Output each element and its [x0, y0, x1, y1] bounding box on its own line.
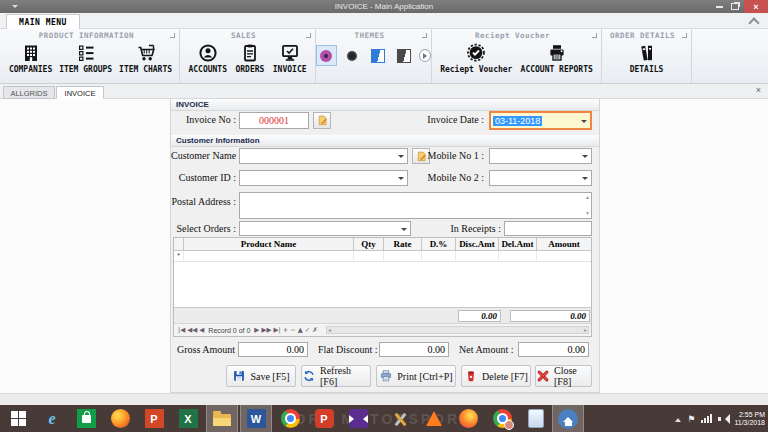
close-button[interactable]: Close [F8]	[535, 365, 592, 387]
p-app-icon: P	[315, 409, 334, 428]
tray-expand-icon[interactable]	[675, 415, 681, 422]
restore-button[interactable]	[728, 0, 742, 13]
notepad-taskbar-button[interactable]	[520, 405, 552, 432]
theme-swatch-dark[interactable]	[342, 45, 363, 66]
tab-invoice[interactable]: INVOICE	[56, 86, 104, 99]
column-header[interactable]: Del.Amt	[499, 238, 537, 250]
ribbon-item-details[interactable]: DETAILS	[630, 42, 664, 74]
browser-orange-taskbar-button[interactable]	[452, 405, 484, 432]
invoice-date-value: 03-11-2018	[493, 116, 542, 126]
chrome-taskbar-button[interactable]	[274, 405, 306, 432]
clock[interactable]: 2:55 PM 11/3/2018	[734, 411, 765, 427]
net-amount-input[interactable]: 0.00	[518, 342, 589, 357]
dialog-launcher-icon[interactable]	[682, 33, 687, 38]
p-app-taskbar-button[interactable]: P	[308, 405, 340, 432]
scroll-down-icon[interactable]: ▼	[585, 211, 590, 216]
word-taskbar-button[interactable]: W	[240, 405, 272, 432]
column-header[interactable]: Amount	[537, 238, 591, 250]
network-icon[interactable]	[701, 414, 712, 423]
dialog-launcher-icon[interactable]	[592, 33, 597, 38]
ribbon-item-invoice[interactable]: INVOICE	[273, 42, 307, 74]
theme-swatch-light[interactable]	[393, 45, 414, 66]
column-header[interactable]: D.%	[422, 238, 456, 250]
scroll-right-icon[interactable]: ▸	[584, 327, 587, 333]
volume-icon[interactable]	[718, 414, 728, 424]
chevron-down-icon	[401, 228, 407, 234]
customer-id-combo[interactable]	[239, 170, 408, 186]
tools-taskbar-button[interactable]	[384, 405, 416, 432]
dialog-launcher-icon[interactable]	[170, 33, 175, 38]
new-row-marker: *	[174, 251, 184, 261]
action-center-flag-icon[interactable]: ⚑	[687, 414, 695, 424]
ribbon-group-order-details: ORDER DETAILS DETAILS	[602, 29, 692, 83]
customer-name-combo[interactable]	[239, 148, 408, 164]
chrome-profile-taskbar-button[interactable]	[486, 405, 518, 432]
scroll-left-icon[interactable]: ◂	[328, 327, 331, 333]
print-button[interactable]: Print [Ctrl+P]	[376, 365, 456, 387]
postal-address-input[interactable]: ▲ ▼	[239, 192, 592, 219]
select-orders-label: Select Orders :	[171, 221, 236, 237]
visual-studio-taskbar-button[interactable]	[342, 405, 374, 432]
ribbon-item-account-reports[interactable]: ACCOUNT REPORTS	[521, 42, 593, 74]
theme-swatch-purple[interactable]	[316, 45, 337, 66]
firefox-taskbar-button[interactable]	[104, 405, 136, 432]
grid-new-row[interactable]: *	[174, 251, 591, 262]
group-title: PRODUCT INFORMATION	[2, 31, 171, 40]
ribbon-item-reciept-voucher[interactable]: Reciept Voucher	[440, 42, 512, 74]
total-disc-amt: 0.00	[458, 310, 501, 322]
tools-icon	[391, 410, 409, 428]
content-area: INVOICE Invoice No : 000001 Invoice Date…	[0, 99, 768, 393]
scroll-up-icon[interactable]: ▲	[585, 195, 590, 200]
ribbon-collapse-icon[interactable]	[748, 17, 759, 28]
explorer-taskbar-button[interactable]	[206, 405, 238, 432]
ribbon-item-item-charts[interactable]: ITEM CHARTS	[119, 42, 172, 74]
column-header[interactable]: Product Name	[184, 238, 354, 250]
start-button[interactable]	[2, 405, 34, 432]
vlc-taskbar-button[interactable]	[418, 405, 450, 432]
ribbon: PRODUCT INFORMATION COMPANIES ITEM GROUP…	[0, 29, 768, 84]
close-window-button[interactable]: ×	[744, 0, 768, 13]
chevron-down-icon	[398, 177, 404, 183]
row-selector-header	[174, 238, 184, 250]
nav-prev-buttons[interactable]: |◀ ◀◀ ◀	[178, 326, 204, 334]
invoice-date-combo[interactable]: 03-11-2018	[489, 111, 592, 130]
group-title: Reciept Voucher	[432, 31, 593, 40]
store-taskbar-button[interactable]	[70, 405, 102, 432]
powerpoint-taskbar-button[interactable]: P	[138, 405, 170, 432]
invoice-no-input[interactable]: 000001	[239, 112, 309, 129]
excel-taskbar-button[interactable]: X	[172, 405, 204, 432]
theme-gallery-arrow[interactable]	[419, 49, 431, 62]
mobile1-combo[interactable]	[489, 148, 592, 164]
minimize-button[interactable]	[712, 0, 726, 13]
theme-swatch-blue[interactable]	[368, 45, 389, 66]
ribbon-item-companies[interactable]: COMPANIES	[9, 42, 52, 74]
gross-amount-input[interactable]: 0.00	[238, 342, 308, 357]
select-orders-combo[interactable]	[239, 221, 411, 236]
ribbon-item-item-groups[interactable]: ITEM GROUPS	[59, 42, 112, 74]
ribbon-item-orders[interactable]: ORDERS	[235, 42, 264, 74]
nav-next-buttons[interactable]: ▶ ▶▶ ▶| + − ▲ ✓ ✗	[254, 326, 317, 334]
dialog-launcher-icon[interactable]	[422, 33, 427, 38]
books-icon	[637, 43, 657, 63]
ribbon-item-accounts[interactable]: ACCOUNTS	[188, 42, 227, 74]
column-header[interactable]: Disc.Amt	[456, 238, 499, 250]
column-header[interactable]: Rate	[384, 238, 422, 250]
ribbon-group-sales: SALES ACCOUNTS ORDERS INVOICE	[180, 29, 316, 83]
in-receipts-input[interactable]	[504, 221, 592, 236]
home-app-taskbar-button[interactable]	[552, 405, 584, 432]
save-button[interactable]: Save [F5]	[226, 365, 296, 387]
delete-button[interactable]: Delete [F7]	[461, 365, 531, 387]
home-app-icon	[558, 409, 578, 429]
column-header[interactable]: Qty	[354, 238, 384, 250]
invoice-no-lookup-button[interactable]	[313, 112, 331, 129]
ie-taskbar-button[interactable]: e	[36, 405, 68, 432]
grid-hscrollbar[interactable]: ◂ ▸	[326, 326, 589, 334]
flat-discount-input[interactable]: 0.00	[379, 342, 449, 357]
refresh-button[interactable]: Refresh [F6]	[301, 365, 371, 387]
dialog-launcher-icon[interactable]	[306, 33, 311, 38]
ribbon-tab-main-menu[interactable]: MAIN MENU	[6, 14, 80, 30]
tab-allgrids[interactable]: ALLGRIDS	[3, 86, 55, 99]
mobile2-combo[interactable]	[489, 170, 592, 186]
tab-close-icon[interactable]: ×	[756, 85, 761, 95]
taskbar: FORD MOTORSPORT e P X W P ⚑ 2:55 PM 11/3…	[0, 405, 768, 432]
